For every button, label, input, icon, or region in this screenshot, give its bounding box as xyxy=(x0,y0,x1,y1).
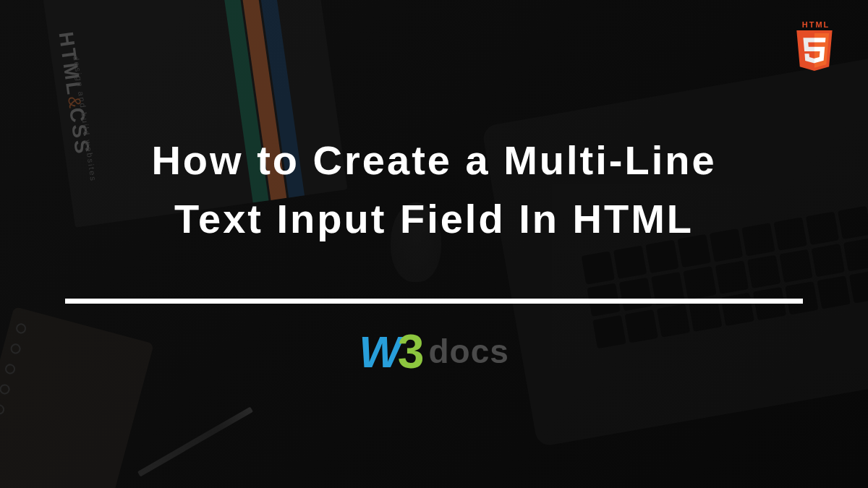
content-area: How to Create a Multi-Line Text Input Fi… xyxy=(0,0,868,488)
divider-line xyxy=(65,299,803,304)
logo-text-docs: docs xyxy=(428,332,509,371)
w3docs-logo: W 3 docs xyxy=(359,324,509,379)
title-line-2: Text Input Field In HTML xyxy=(174,196,694,241)
logo-number-3: 3 xyxy=(398,324,425,379)
title-line-1: How to Create a Multi-Line xyxy=(151,137,716,183)
logo-letter-w: W xyxy=(359,326,399,377)
page-title: How to Create a Multi-Line Text Input Fi… xyxy=(151,131,716,248)
